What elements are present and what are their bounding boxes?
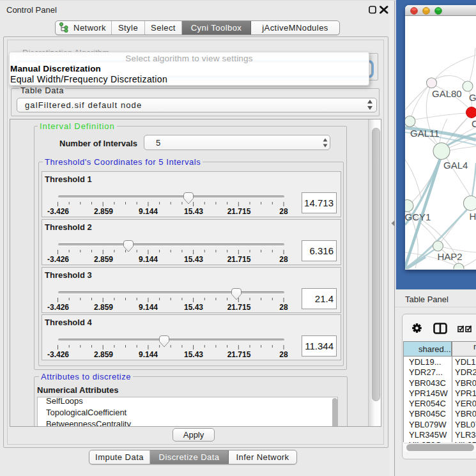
svg-text:GA: GA xyxy=(469,92,476,103)
svg-text:HA: HA xyxy=(470,211,476,222)
svg-text:GCY1: GCY1 xyxy=(405,211,431,222)
svg-text:GAL4: GAL4 xyxy=(443,160,468,171)
svg-text:GAL80: GAL80 xyxy=(432,88,462,99)
svg-text:HAP2: HAP2 xyxy=(438,251,463,262)
svg-text:CR: CR xyxy=(472,118,476,129)
svg-text:GAL11: GAL11 xyxy=(410,128,440,139)
